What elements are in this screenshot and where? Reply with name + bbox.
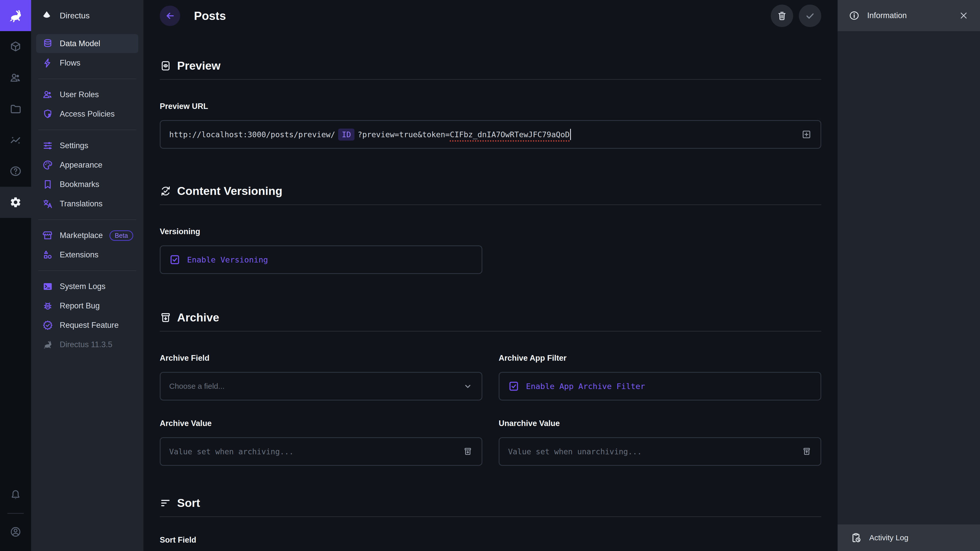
module-account[interactable]	[0, 516, 31, 548]
chevron-down-icon	[463, 381, 473, 391]
info-icon	[849, 10, 859, 21]
section-sort: Sort Sort Field	[160, 496, 821, 545]
archive-app-filter-field[interactable]: Enable App Archive Filter	[499, 372, 821, 400]
sidebar-item-label: Report Bug	[60, 301, 100, 310]
arrow-left-icon	[164, 10, 176, 21]
back-button[interactable]	[160, 6, 180, 26]
checkbox-checked-icon	[508, 381, 519, 392]
version-label: Directus 11.3.5	[60, 340, 112, 349]
sort-lines-icon	[160, 497, 172, 509]
versioning-icon	[160, 185, 172, 197]
seal-check-icon	[42, 320, 53, 330]
module-users[interactable]	[0, 62, 31, 94]
module-files[interactable]	[0, 94, 31, 124]
gear-icon	[10, 196, 22, 208]
sidebar-item-label: System Logs	[60, 282, 105, 291]
sidebar-item-extensions[interactable]: Extensions	[36, 245, 138, 264]
sidebar-item-system-logs[interactable]: System Logs	[36, 277, 138, 296]
section-title-text: Sort	[177, 496, 200, 510]
sidebar-item-user-roles[interactable]: User Roles	[36, 85, 138, 104]
module-bar	[0, 0, 31, 551]
add-box-icon[interactable]	[801, 129, 812, 140]
enable-app-archive-filter-checkbox[interactable]: Enable App Archive Filter	[508, 381, 645, 392]
input-placeholder: Value set when archiving...	[169, 447, 294, 456]
module-help[interactable]	[0, 156, 31, 187]
sidebar-item-label: Flows	[60, 59, 80, 68]
database-icon	[42, 38, 53, 49]
sidebar-item-appearance[interactable]: Appearance	[36, 156, 138, 175]
field-label-archive-value: Archive Value	[160, 418, 482, 429]
input-placeholder: Value set when unarchiving...	[508, 447, 642, 456]
checkbox-label: Enable Versioning	[187, 255, 268, 264]
page-title: Posts	[194, 9, 226, 23]
section-title-text: Preview	[177, 59, 221, 73]
id-variable-chip[interactable]: ID	[338, 129, 355, 141]
group-icon	[42, 89, 53, 100]
field-label-archive-field: Archive Field	[160, 353, 482, 363]
nav-divider	[38, 270, 136, 271]
archive-field-select[interactable]: Choose a field...	[160, 372, 482, 400]
sidebar-item-label: Settings	[60, 141, 88, 150]
enable-versioning-checkbox[interactable]: Enable Versioning	[169, 254, 268, 265]
cube-icon	[10, 41, 22, 53]
preview-url-input[interactable]: http://localhost:3000/posts/preview/ ID …	[160, 120, 821, 149]
checkbox-checked-icon	[169, 254, 180, 265]
info-sidebar-header: Information	[838, 0, 980, 31]
unarchive-value-input[interactable]: Value set when unarchiving...	[499, 437, 821, 466]
main-header: Posts	[143, 0, 838, 27]
archive-down-icon[interactable]	[463, 446, 473, 457]
storefront-icon	[42, 230, 53, 241]
section-preview: Preview Preview URL http://localhost:300…	[160, 59, 821, 149]
archive-value-input[interactable]: Value set when archiving...	[160, 437, 482, 466]
sidebar-item-access-policies[interactable]: Access Policies	[36, 105, 138, 124]
directus-logo-button[interactable]	[0, 0, 31, 31]
sidebar-item-translations[interactable]: Translations	[36, 194, 138, 213]
check-icon	[804, 10, 816, 21]
section-divider	[160, 79, 821, 80]
sidebar-item-label: Marketplace	[60, 231, 103, 240]
rabbit-gray-icon	[42, 339, 53, 350]
preview-eye-icon	[160, 60, 172, 72]
section-archive: Archive Archive Field Choose a field...	[160, 311, 821, 466]
account-circle-icon	[10, 526, 21, 538]
help-icon	[10, 165, 22, 177]
sidebar-item-settings[interactable]: Settings	[36, 136, 138, 155]
sidebar-item-flows[interactable]: Flows	[36, 54, 138, 73]
delete-button[interactable]	[771, 5, 793, 27]
activity-log-button[interactable]: Activity Log	[838, 524, 980, 551]
sidebar-item-data-model[interactable]: Data Model	[36, 34, 138, 53]
section-title-text: Content Versioning	[177, 184, 283, 198]
select-placeholder: Choose a field...	[169, 382, 224, 391]
folder-icon	[10, 103, 22, 115]
module-notifications[interactable]	[0, 479, 31, 510]
module-settings[interactable]	[0, 187, 31, 218]
sidebar-item-label: Appearance	[60, 160, 102, 170]
bookmark-icon	[42, 179, 53, 190]
archive-up-icon[interactable]	[802, 446, 812, 457]
field-label-versioning: Versioning	[160, 227, 821, 237]
sidebar-item-request-feature[interactable]: Request Feature	[36, 316, 138, 335]
section-divider	[160, 204, 821, 205]
sidebar-item-bookmarks[interactable]: Bookmarks	[36, 175, 138, 194]
project-switcher[interactable]: Directus	[31, 0, 143, 31]
translate-icon	[42, 198, 53, 209]
directus-rabbit-logo	[8, 8, 24, 24]
section-divider	[160, 516, 821, 517]
module-content[interactable]	[0, 31, 31, 62]
enable-versioning-field[interactable]: Enable Versioning	[160, 245, 482, 274]
bolt-icon	[42, 58, 53, 68]
close-icon[interactable]	[959, 11, 969, 21]
sidebar-item-label: Data Model	[60, 39, 100, 48]
clipboard-clock-icon	[850, 532, 862, 543]
info-sidebar: Information Activity Log	[838, 0, 980, 551]
beta-badge: Beta	[110, 230, 133, 241]
save-button[interactable]	[799, 5, 821, 27]
info-sidebar-title: Information	[867, 11, 907, 20]
sidebar-item-marketplace[interactable]: Marketplace Beta	[36, 226, 138, 245]
trash-icon	[776, 11, 788, 21]
module-insights[interactable]	[0, 124, 31, 156]
version-row: Directus 11.3.5	[36, 335, 138, 354]
sidebar-item-report-bug[interactable]: Report Bug	[36, 297, 138, 315]
insights-icon	[10, 134, 22, 146]
sidebar-item-label: Extensions	[60, 250, 99, 259]
